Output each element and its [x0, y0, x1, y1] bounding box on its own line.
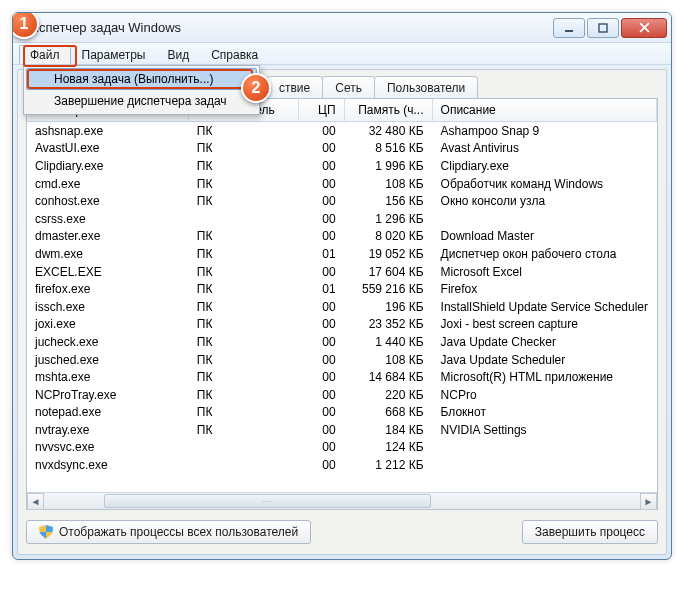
uac-shield-icon: [39, 525, 53, 539]
table-row[interactable]: nvvsvc.exe00124 КБ: [27, 439, 657, 457]
svg-rect-1: [599, 24, 607, 32]
table-row[interactable]: joxi.exeПК0023 352 КБJoxi - best screen …: [27, 316, 657, 334]
cell-cpu: 00: [298, 421, 344, 439]
table-row[interactable]: cmd.exeПК00108 КБОбработчик команд Windo…: [27, 175, 657, 193]
maximize-button[interactable]: [587, 18, 619, 38]
col-description[interactable]: Описание: [432, 99, 656, 122]
scroll-left-icon[interactable]: ◄: [27, 493, 44, 510]
cell-user: [188, 210, 298, 228]
cell-name: cmd.exe: [27, 175, 188, 193]
table-row[interactable]: conhost.exeПК00156 КБОкно консоли узла: [27, 192, 657, 210]
table-row[interactable]: nvtray.exeПК00184 КБNVIDIA Settings: [27, 421, 657, 439]
cell-description: NCPro: [432, 386, 656, 404]
table-row[interactable]: firefox.exeПК01559 216 КБFirefox: [27, 280, 657, 298]
show-all-users-label: Отображать процессы всех пользователей: [59, 525, 298, 539]
table-row[interactable]: EXCEL.EXEПК0017 604 КБMicrosoft Excel: [27, 263, 657, 281]
cell-cpu: 01: [298, 245, 344, 263]
scroll-right-icon[interactable]: ►: [640, 493, 657, 510]
table-row[interactable]: ashsnap.exeПК0032 480 КБAshampoo Snap 9: [27, 122, 657, 140]
end-process-button[interactable]: Завершить процесс: [522, 520, 658, 544]
show-all-users-button[interactable]: Отображать процессы всех пользователей: [26, 520, 311, 544]
cell-name: nvxdsync.exe: [27, 456, 188, 474]
cell-description: Блокнот: [432, 404, 656, 422]
cell-memory: 668 КБ: [344, 404, 432, 422]
menu-new-task[interactable]: Новая задача (Выполнить...): [26, 68, 257, 90]
cell-user: ПК: [188, 298, 298, 316]
table-row[interactable]: NCProTray.exeПК00220 КБNCPro: [27, 386, 657, 404]
cell-user: ПК: [188, 386, 298, 404]
table-row[interactable]: notepad.exeПК00668 КББлокнот: [27, 404, 657, 422]
menu-exit[interactable]: Завершение диспетчера задач: [26, 90, 257, 112]
cell-cpu: 00: [298, 122, 344, 140]
cell-description: InstallShield Update Service Scheduler: [432, 298, 656, 316]
cell-cpu: 00: [298, 351, 344, 369]
cell-description: Обработчик команд Windows: [432, 175, 656, 193]
table-row[interactable]: issch.exeПК00196 КБInstallShield Update …: [27, 298, 657, 316]
table-row[interactable]: jucheck.exeПК001 440 КБJava Update Check…: [27, 333, 657, 351]
process-table-scroll[interactable]: Имя образа Пользователь ЦП Память (ч... …: [27, 99, 657, 492]
scroll-track[interactable]: ∙∙∙: [44, 493, 640, 509]
cell-description: Clipdiary.exe: [432, 157, 656, 175]
table-row[interactable]: jusched.exeПК00108 КБJava Update Schedul…: [27, 351, 657, 369]
cell-description: [432, 456, 656, 474]
cell-name: ashsnap.exe: [27, 122, 188, 140]
col-memory[interactable]: Память (ч...: [344, 99, 432, 122]
cell-description: Microsoft Excel: [432, 263, 656, 281]
cell-memory: 32 480 КБ: [344, 122, 432, 140]
cell-name: nvvsvc.exe: [27, 439, 188, 457]
cell-cpu: 00: [298, 157, 344, 175]
tab-performance-partial[interactable]: ствие: [266, 76, 323, 99]
cell-memory: 220 КБ: [344, 386, 432, 404]
cell-name: nvtray.exe: [27, 421, 188, 439]
close-button[interactable]: [621, 18, 667, 38]
task-manager-window: 1 2 Диспетчер задач Windows Файл Парамет…: [12, 12, 672, 560]
scroll-thumb[interactable]: ∙∙∙: [104, 494, 432, 508]
window-controls: [553, 18, 667, 38]
cell-cpu: 00: [298, 368, 344, 386]
cell-cpu: 01: [298, 280, 344, 298]
cell-cpu: 00: [298, 298, 344, 316]
cell-cpu: 00: [298, 456, 344, 474]
cell-description: [432, 439, 656, 457]
menubar: Файл Параметры Вид Справка: [13, 43, 671, 65]
cell-name: conhost.exe: [27, 192, 188, 210]
cell-user: ПК: [188, 333, 298, 351]
window-title: Диспетчер задач Windows: [23, 20, 553, 35]
menu-file[interactable]: Файл: [19, 45, 71, 64]
table-row[interactable]: AvastUI.exeПК008 516 КБAvast Antivirus: [27, 140, 657, 158]
cell-name: firefox.exe: [27, 280, 188, 298]
cell-user: ПК: [188, 122, 298, 140]
cell-description: NVIDIA Settings: [432, 421, 656, 439]
table-row[interactable]: nvxdsync.exe001 212 КБ: [27, 456, 657, 474]
cell-memory: 559 216 КБ: [344, 280, 432, 298]
table-row[interactable]: csrss.exe001 296 КБ: [27, 210, 657, 228]
cell-cpu: 00: [298, 228, 344, 246]
menu-options[interactable]: Параметры: [71, 45, 157, 64]
process-table: Имя образа Пользователь ЦП Память (ч... …: [27, 99, 657, 474]
cell-memory: 1 996 КБ: [344, 157, 432, 175]
cell-user: ПК: [188, 280, 298, 298]
cell-cpu: 00: [298, 386, 344, 404]
cell-user: ПК: [188, 245, 298, 263]
cell-memory: 14 684 КБ: [344, 368, 432, 386]
table-row[interactable]: mshta.exeПК0014 684 КБMicrosoft(R) HTML …: [27, 368, 657, 386]
col-cpu[interactable]: ЦП: [298, 99, 344, 122]
menu-view[interactable]: Вид: [156, 45, 200, 64]
table-row[interactable]: dmaster.exeПК008 020 КБDownload Master: [27, 228, 657, 246]
cell-name: jucheck.exe: [27, 333, 188, 351]
cell-description: Firefox: [432, 280, 656, 298]
table-row[interactable]: Clipdiary.exeПК001 996 КБClipdiary.exe: [27, 157, 657, 175]
horizontal-scrollbar[interactable]: ◄ ∙∙∙ ►: [27, 492, 657, 509]
client-area: ствие Сеть Пользователи Имя образа Польз…: [17, 69, 667, 555]
cell-user: ПК: [188, 404, 298, 422]
cell-user: ПК: [188, 140, 298, 158]
cell-memory: 1 296 КБ: [344, 210, 432, 228]
menu-help[interactable]: Справка: [200, 45, 269, 64]
tab-network[interactable]: Сеть: [322, 76, 375, 99]
cell-memory: 196 КБ: [344, 298, 432, 316]
tab-users[interactable]: Пользователи: [374, 76, 478, 99]
table-row[interactable]: dwm.exeПК0119 052 КБДиспетчер окон рабоч…: [27, 245, 657, 263]
cell-name: issch.exe: [27, 298, 188, 316]
cell-description: Microsoft(R) HTML приложение: [432, 368, 656, 386]
minimize-button[interactable]: [553, 18, 585, 38]
